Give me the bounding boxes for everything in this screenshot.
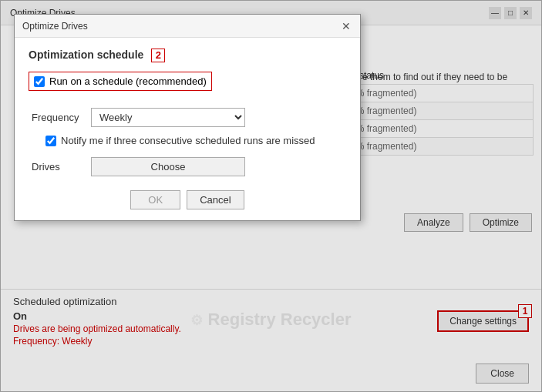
optimize-drives-dialog: Optimize Drives ✕ Optimization schedule … (14, 14, 361, 221)
frequency-select[interactable]: Weekly Daily Monthly (91, 108, 245, 127)
dialog-close-btn[interactable]: ✕ (340, 20, 352, 32)
dialog-section-title: Optimization schedule 2 (29, 49, 346, 62)
drives-label: Drives (32, 161, 82, 173)
notify-row: Notify me if three consecutive scheduled… (45, 135, 346, 146)
badge-2: 2 (151, 49, 165, 62)
dialog-title: Optimize Drives (22, 21, 88, 32)
cancel-btn[interactable]: Cancel (187, 190, 244, 209)
notify-checkbox[interactable] (45, 136, 56, 146)
frequency-row: Frequency Weekly Daily Monthly (32, 108, 346, 127)
notify-label: Notify me if three consecutive scheduled… (61, 135, 315, 146)
run-schedule-checkbox[interactable] (34, 76, 45, 87)
choose-btn[interactable]: Choose (91, 157, 245, 176)
dialog-titlebar: Optimize Drives ✕ (15, 15, 360, 38)
frequency-label: Frequency (32, 112, 82, 123)
dialog-buttons: OK Cancel (29, 187, 346, 211)
run-schedule-checkbox-row[interactable]: Run on a schedule (recommended) (29, 72, 212, 91)
drives-row: Drives Choose (32, 157, 346, 176)
ok-btn[interactable]: OK (130, 190, 180, 209)
dialog-content: Optimization schedule 2 Run on a schedul… (15, 38, 360, 220)
